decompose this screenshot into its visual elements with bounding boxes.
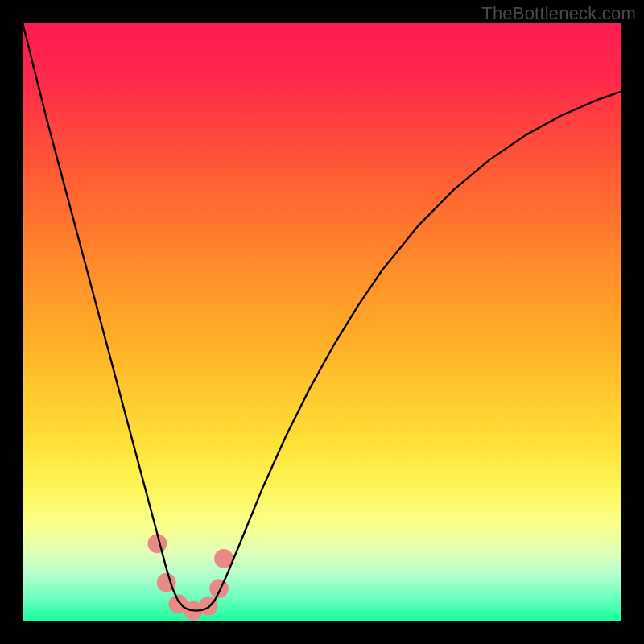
- watermark-text: TheBottleneck.com: [481, 3, 636, 24]
- marker-dot: [209, 579, 229, 598]
- bottleneck-chart: [23, 23, 621, 621]
- app-frame: TheBottleneck.com: [0, 0, 644, 644]
- plot-container: [23, 23, 621, 621]
- chart-background: [23, 23, 621, 621]
